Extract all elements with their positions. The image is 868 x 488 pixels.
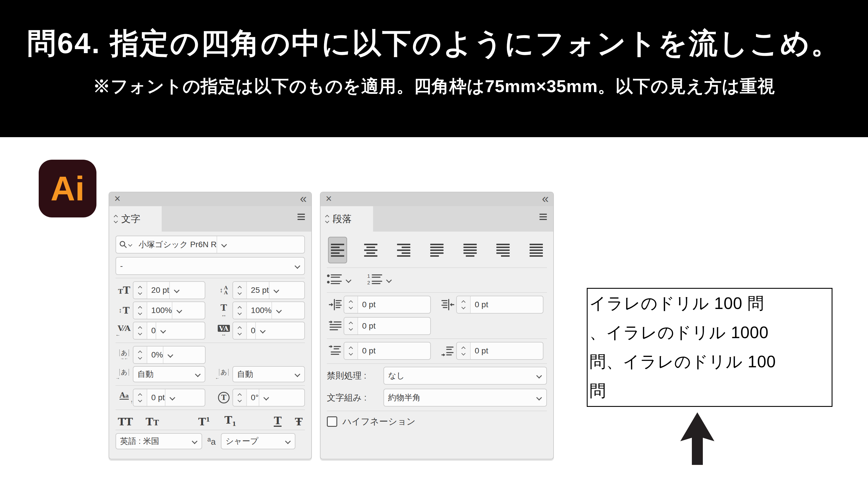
superscript-button[interactable]: T1: [198, 417, 210, 427]
collapse-panel-icon[interactable]: «: [300, 192, 305, 206]
panel-menu-icon[interactable]: ≡: [297, 209, 306, 224]
anti-aliasing-value[interactable]: シャープ: [221, 436, 258, 447]
sample-text-frame[interactable]: イラレのドリル 100 問 、イラレのドリル 1000 問、イラレのドリル 10…: [587, 288, 833, 407]
tracking-value[interactable]: 0: [247, 326, 255, 335]
baseline-shift-value[interactable]: 0 pt: [147, 393, 165, 402]
tsume-stepper[interactable]: [133, 346, 147, 363]
kinsoku-select[interactable]: なし: [383, 367, 547, 385]
baseline-shift-field[interactable]: 0 pt: [133, 389, 205, 406]
vertical-scale-dropdown-icon[interactable]: [172, 302, 186, 319]
character-rotation-dropdown-icon[interactable]: [259, 389, 273, 406]
language-select[interactable]: 英語 : 米国: [116, 433, 202, 449]
space-before-value[interactable]: 0 pt: [358, 346, 376, 356]
aki-before-select[interactable]: 自動: [133, 366, 205, 382]
anti-aliasing-select[interactable]: シャープ: [221, 433, 296, 449]
tsume-dropdown-icon[interactable]: [163, 346, 177, 363]
tracking-stepper[interactable]: [233, 322, 247, 339]
strikethrough-button[interactable]: Ŧ: [295, 417, 303, 427]
font-style-value[interactable]: -: [116, 261, 123, 271]
first-line-indent-field[interactable]: 0 pt: [344, 317, 431, 335]
space-before-field[interactable]: 0 pt: [344, 342, 431, 360]
align-center-button[interactable]: [361, 237, 380, 263]
tsume-field[interactable]: 0%: [133, 346, 206, 364]
first-line-indent-stepper[interactable]: [344, 317, 358, 334]
align-right-button[interactable]: [394, 237, 413, 263]
justify-last-right-button[interactable]: [494, 237, 513, 263]
justify-last-left-button[interactable]: [427, 237, 446, 263]
hyphenation-checkbox[interactable]: [327, 417, 337, 427]
tab-character[interactable]: 文字: [109, 206, 162, 232]
indent-right-value[interactable]: 0 pt: [471, 300, 488, 309]
aki-after-value[interactable]: 自動: [233, 369, 253, 380]
font-size-stepper[interactable]: [133, 282, 147, 299]
aki-before-dropdown-icon[interactable]: [191, 367, 205, 382]
aki-after-dropdown-icon[interactable]: [290, 367, 304, 382]
close-icon[interactable]: ×: [114, 192, 120, 205]
kerning-dropdown-icon[interactable]: [156, 322, 170, 339]
vertical-scale-value[interactable]: 100%: [147, 306, 172, 315]
justify-all-button[interactable]: [527, 237, 546, 263]
space-before-stepper[interactable]: [344, 342, 358, 359]
indent-left-value[interactable]: 0 pt: [358, 300, 376, 309]
character-rotation-value[interactable]: 0°: [247, 393, 259, 402]
small-caps-button[interactable]: TT: [146, 417, 159, 427]
numbered-list-button[interactable]: 1 2: [367, 274, 382, 286]
kerning-field[interactable]: 0: [133, 322, 205, 340]
bullet-list-button[interactable]: [327, 274, 342, 286]
bullet-list-dropdown-icon[interactable]: [346, 277, 351, 283]
space-after-stepper[interactable]: [457, 342, 471, 359]
tracking-field[interactable]: 0: [232, 322, 305, 340]
kerning-value[interactable]: 0: [147, 326, 156, 335]
language-dropdown-icon[interactable]: [188, 434, 202, 449]
panel-menu-icon[interactable]: ≡: [539, 209, 548, 224]
tab-paragraph[interactable]: 段落: [320, 206, 373, 232]
tracking-dropdown-icon[interactable]: [255, 322, 270, 339]
numbered-list-dropdown-icon[interactable]: [386, 277, 392, 283]
justify-last-center-button[interactable]: [461, 237, 479, 263]
anti-aliasing-dropdown-icon[interactable]: [281, 434, 295, 449]
font-style-select[interactable]: -: [116, 257, 305, 275]
leading-dropdown-icon[interactable]: [269, 282, 283, 299]
leading-field[interactable]: 25 pt: [232, 281, 305, 299]
font-family-value[interactable]: 小塚ゴシック Pr6N R: [134, 239, 217, 250]
close-icon[interactable]: ×: [326, 192, 332, 205]
tsume-value[interactable]: 0%: [147, 350, 163, 360]
language-value[interactable]: 英語 : 米国: [116, 436, 159, 447]
baseline-shift-stepper[interactable]: [133, 389, 147, 406]
vertical-scale-stepper[interactable]: [133, 302, 147, 319]
space-after-value[interactable]: 0 pt: [471, 346, 488, 356]
subscript-button[interactable]: T1: [224, 415, 236, 427]
indent-right-stepper[interactable]: [457, 296, 471, 313]
aki-after-select[interactable]: 自動: [232, 366, 305, 382]
indent-right-field[interactable]: 0 pt: [456, 296, 544, 313]
first-line-indent-value[interactable]: 0 pt: [358, 322, 376, 331]
vertical-scale-field[interactable]: 100%: [133, 302, 205, 319]
align-left-button[interactable]: [328, 237, 347, 263]
mojikumi-select[interactable]: 約物半角: [383, 389, 547, 406]
font-size-value[interactable]: 20 pt: [147, 285, 169, 295]
leading-value[interactable]: 25 pt: [247, 285, 269, 295]
font-family-dropdown-icon[interactable]: [217, 236, 231, 253]
horizontal-scale-value[interactable]: 100%: [247, 306, 272, 315]
all-caps-button[interactable]: TT: [118, 417, 133, 427]
mojikumi-dropdown-icon[interactable]: [536, 395, 542, 400]
kerning-stepper[interactable]: [133, 322, 147, 339]
underline-button[interactable]: T: [274, 415, 282, 427]
aki-before-value[interactable]: 自動: [133, 369, 154, 380]
font-family-select[interactable]: 小塚ゴシック Pr6N R: [116, 236, 305, 253]
font-style-dropdown-icon[interactable]: [290, 257, 304, 274]
indent-left-stepper[interactable]: [344, 296, 358, 313]
horizontal-scale-stepper[interactable]: [233, 302, 247, 319]
leading-stepper[interactable]: [233, 282, 247, 299]
indent-left-field[interactable]: 0 pt: [344, 296, 431, 313]
baseline-shift-dropdown-icon[interactable]: [165, 389, 179, 406]
collapse-panel-icon[interactable]: «: [542, 192, 547, 206]
font-size-dropdown-icon[interactable]: [169, 282, 184, 299]
character-rotation-field[interactable]: 0°: [232, 389, 305, 406]
horizontal-scale-field[interactable]: 100%: [232, 302, 305, 319]
font-size-field[interactable]: 20 pt: [133, 281, 205, 299]
character-rotation-stepper[interactable]: [233, 389, 247, 406]
horizontal-scale-dropdown-icon[interactable]: [272, 302, 286, 319]
space-after-field[interactable]: 0 pt: [456, 342, 544, 360]
kinsoku-dropdown-icon[interactable]: [536, 373, 542, 378]
